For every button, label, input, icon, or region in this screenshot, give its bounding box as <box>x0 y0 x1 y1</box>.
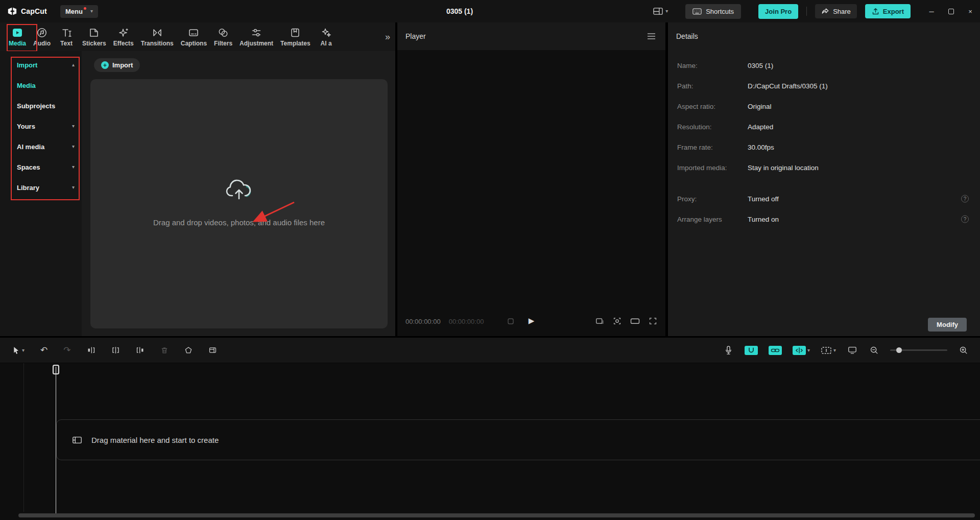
tab-transitions[interactable]: Transitions <box>137 27 177 47</box>
tab-label: Stickers <box>82 40 106 47</box>
split-button[interactable] <box>110 345 121 356</box>
link-toggle[interactable] <box>769 346 782 355</box>
field-value: Stay in original location <box>748 164 819 172</box>
redo-button[interactable]: ↷ <box>62 345 71 356</box>
sidebar-item-label: Spaces <box>17 163 40 171</box>
chevron-up-icon: ▴ <box>72 62 75 67</box>
timeline: Drag material here and start to create <box>0 363 980 520</box>
play-button[interactable]: ▶ <box>529 316 535 325</box>
sidebar-item-yours[interactable]: Yours ▾ <box>0 116 82 136</box>
record-voiceover-button[interactable] <box>723 344 734 356</box>
tab-filters[interactable]: Filters <box>210 27 236 47</box>
chevron-down-icon: ▾ <box>90 9 93 14</box>
media-body: Import ▴ Media Subprojects Yours ▾ AI me… <box>0 51 395 336</box>
shortcuts-button[interactable]: Shortcuts <box>685 4 741 19</box>
layout-switch-button[interactable]: ▾ <box>651 5 670 17</box>
titlebar-right: ▾ Shortcuts Join Pro Share Export <box>651 0 980 22</box>
resolution-button[interactable] <box>630 317 640 325</box>
minimize-button[interactable]: ─ <box>922 0 941 22</box>
preview-axis-toggle[interactable]: ▾ <box>793 346 810 355</box>
arrange-layers-help-icon[interactable]: ? <box>961 216 969 223</box>
sidebar-item-ai-media[interactable]: AI media ▾ <box>0 136 82 157</box>
tab-audio[interactable]: Audio <box>30 27 54 47</box>
sidebar-item-label: Media <box>17 82 36 89</box>
tab-label: Audio <box>33 40 51 47</box>
fullscreen-button[interactable] <box>649 317 657 325</box>
zoom-out-button[interactable] <box>869 345 879 356</box>
modify-button[interactable]: Modify <box>928 318 967 332</box>
window-controls: ─ × <box>922 0 980 22</box>
crop-button[interactable] <box>207 345 218 356</box>
share-button[interactable]: Share <box>815 4 857 18</box>
sidebar-item-library[interactable]: Library ▾ <box>0 177 82 198</box>
keyboard-icon <box>692 8 702 15</box>
media-sidebar: Import ▴ Media Subprojects Yours ▾ AI me… <box>0 51 82 336</box>
focus-button[interactable] <box>613 317 622 325</box>
adjustment-tab-icon <box>251 27 262 38</box>
playhead-handle[interactable] <box>53 365 59 374</box>
tab-label: Filters <box>214 40 232 47</box>
tab-label: Media <box>9 40 26 47</box>
titlebar-divider <box>806 7 807 16</box>
preview-axis-icon <box>793 346 806 355</box>
zoom-slider-knob[interactable] <box>896 347 902 353</box>
track-mode-toggle[interactable]: ▾ <box>821 346 836 354</box>
field-value: 30.00fps <box>748 144 774 151</box>
horizontal-scrollbar[interactable] <box>18 513 975 517</box>
field-value: 0305 (1) <box>748 62 773 69</box>
tab-templates[interactable]: Templates <box>277 27 314 47</box>
player-menu-icon[interactable] <box>646 31 657 41</box>
trim-left-button[interactable] <box>86 345 97 356</box>
join-pro-button[interactable]: Join Pro <box>758 4 798 19</box>
canvas-ratio-button[interactable] <box>595 317 604 325</box>
media-tabstrip: Media Audio Text Stickers <box>0 22 395 52</box>
sidebar-item-import[interactable]: Import ▴ <box>0 55 82 75</box>
media-dropzone[interactable]: Drag and drop videos, photos, and audio … <box>90 79 388 328</box>
field-value: Adapted <box>748 123 773 131</box>
adjust-display-button[interactable] <box>847 345 858 356</box>
tab-ai[interactable]: AI a <box>314 27 339 47</box>
tab-media[interactable]: Media <box>5 27 30 47</box>
empty-track-dropzone[interactable]: Drag material here and start to create <box>56 419 980 460</box>
sidebar-item-spaces[interactable]: Spaces ▾ <box>0 157 82 177</box>
capcut-window: CapCut Menu ▾ 0305 (1) ▾ Shortcuts <box>0 0 980 520</box>
maximize-button[interactable] <box>941 0 961 22</box>
menu-button[interactable]: Menu ▾ <box>60 5 98 18</box>
undo-button[interactable]: ↶ <box>39 345 49 356</box>
trim-right-button[interactable] <box>135 345 146 356</box>
field-row-imported-media: Imported media: Stay in original locatio… <box>668 157 980 178</box>
loop-icon[interactable] <box>507 318 514 325</box>
media-panel: Media Audio Text Stickers <box>0 22 395 336</box>
import-button-label: Import <box>112 61 133 69</box>
chevron-down-icon: ▾ <box>22 348 25 353</box>
details-panel: Details Name: 0305 (1) Path: D:/CapCut D… <box>668 22 980 336</box>
media-tab-icon <box>12 27 23 38</box>
snap-toggle[interactable] <box>745 346 758 355</box>
media-content: + Import Drag and drop videos, photos, a… <box>82 51 395 336</box>
tab-effects[interactable]: Effects <box>110 27 137 47</box>
import-button[interactable]: + Import <box>94 58 140 72</box>
ai-tab-icon <box>321 27 332 38</box>
more-tabs-button[interactable]: » <box>382 31 393 43</box>
delete-button[interactable] <box>159 345 170 356</box>
tab-stickers[interactable]: Stickers <box>79 27 110 47</box>
timeline-zoom-slider[interactable] <box>890 349 947 351</box>
sidebar-item-subprojects[interactable]: Subprojects <box>0 96 82 116</box>
close-button[interactable]: × <box>961 0 980 22</box>
zoom-in-button[interactable] <box>958 345 969 356</box>
cursor-tool-button[interactable]: ▾ <box>11 345 26 356</box>
media-track-icon <box>72 436 82 444</box>
tab-text[interactable]: Text <box>54 27 79 47</box>
details-fields: Name: 0305 (1) Path: D:/CapCut Drafts/03… <box>668 50 980 229</box>
tab-adjustment[interactable]: Adjustment <box>236 27 277 47</box>
captions-tab-icon <box>188 27 199 38</box>
share-icon <box>821 7 829 15</box>
tab-captions[interactable]: Captions <box>177 27 210 47</box>
tab-label: Transitions <box>141 40 174 47</box>
mask-button[interactable] <box>183 345 194 356</box>
proxy-help-icon[interactable]: ? <box>961 195 969 203</box>
capcut-logo-text: CapCut <box>21 7 47 15</box>
sidebar-item-label: Import <box>17 61 37 69</box>
export-button[interactable]: Export <box>865 4 911 18</box>
sidebar-item-media[interactable]: Media <box>0 75 82 96</box>
